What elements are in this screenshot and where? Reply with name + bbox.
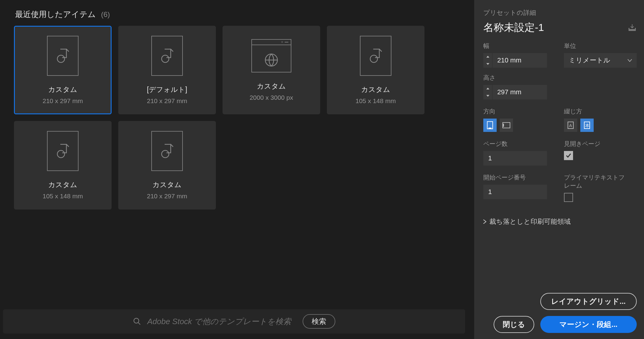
preset-card-label: カスタム	[153, 180, 182, 190]
width-step-up[interactable]	[483, 53, 492, 60]
binding-label: 綴じ方	[564, 107, 637, 116]
height-input[interactable]: 297 mm	[492, 85, 547, 99]
preset-card-dimensions: 105 x 148 mm	[42, 193, 83, 200]
section-count: (6)	[101, 10, 110, 18]
preset-name[interactable]: 名称未設定-1	[483, 21, 544, 35]
chevron-down-icon	[628, 59, 632, 62]
svg-rect-9	[629, 28, 629, 30]
svg-rect-12	[488, 128, 491, 129]
main-area: 最近使用したアイテム (6) カスタム 210 x 297 mm [デフォルト]…	[0, 0, 474, 339]
width-input[interactable]: 210 mm	[492, 53, 547, 68]
app-root: 最近使用したアイテム (6) カスタム 210 x 297 mm [デフォルト]…	[0, 0, 644, 339]
bleed-accordion-label: 裁ち落としと印刷可能領域	[489, 217, 571, 226]
search-icon	[133, 317, 141, 326]
preset-card[interactable]: [デフォルト] 210 x 297 mm	[118, 26, 216, 114]
svg-text:本: 本	[585, 123, 589, 128]
preset-card-dimensions: 2000 x 3000 px	[250, 94, 293, 101]
stock-search-bar: Adobe Stock で他のテンプレートを検索 検索	[3, 309, 465, 334]
panel-footer: レイアウトグリッド... 閉じる マージン・段組...	[483, 284, 637, 333]
layout-grid-button[interactable]: レイアウトグリッド...	[540, 293, 637, 310]
preset-card-dimensions: 210 x 297 mm	[147, 97, 187, 105]
orientation-label: 方向	[483, 107, 556, 116]
svg-line-7	[138, 323, 140, 325]
height-step-down[interactable]	[483, 92, 492, 99]
height-input-group: 297 mm	[483, 85, 547, 99]
preset-card[interactable]: カスタム 2000 x 3000 px	[223, 26, 320, 114]
preset-card-label: カスタム	[48, 180, 77, 190]
binding-ltr[interactable]: A	[564, 119, 577, 132]
margins-columns-button[interactable]: マージン・段組...	[540, 316, 637, 333]
preset-card-dimensions: 210 x 297 mm	[42, 97, 83, 105]
document-page-icon	[151, 36, 183, 76]
width-input-group: 210 mm	[483, 53, 556, 68]
preset-card-label: [デフォルト]	[147, 85, 187, 94]
svg-rect-14	[503, 124, 504, 127]
width-label: 幅	[483, 42, 556, 50]
facing-pages-label: 見開きページ	[564, 140, 637, 148]
preset-card-label: カスタム	[257, 82, 286, 91]
save-preset-icon[interactable]	[628, 24, 637, 32]
facing-pages-checkbox[interactable]	[564, 151, 573, 160]
chevron-right-icon	[483, 220, 486, 224]
svg-point-4	[57, 150, 65, 158]
svg-point-6	[134, 318, 139, 323]
height-label: 高さ	[483, 74, 547, 82]
stock-search-placeholder[interactable]: Adobe Stock で他のテンプレートを検索	[147, 316, 291, 327]
units-select-value: ミリメートル	[569, 53, 610, 68]
preset-card-dimensions: 105 x 148 mm	[355, 97, 396, 105]
units-label: 単位	[564, 42, 637, 50]
svg-rect-10	[635, 28, 636, 30]
close-button[interactable]: 閉じる	[494, 316, 534, 333]
preset-card[interactable]: カスタム 210 x 297 mm	[14, 26, 112, 114]
pages-label: ページ数	[483, 140, 556, 148]
preset-card[interactable]: カスタム 105 x 148 mm	[14, 121, 112, 210]
binding-toggle: A 本	[564, 119, 637, 132]
web-page-icon	[251, 39, 291, 72]
svg-point-3	[370, 55, 377, 62]
orientation-landscape[interactable]	[500, 119, 513, 132]
section-title: 最近使用したアイテム (6)	[0, 9, 474, 26]
svg-rect-8	[629, 29, 636, 31]
document-page-icon	[360, 36, 391, 76]
start-page-input[interactable]: 1	[483, 185, 547, 199]
preset-card-dimensions: 210 x 297 mm	[147, 193, 187, 200]
section-title-text: 最近使用したアイテム	[15, 10, 96, 19]
preset-card-label: カスタム	[48, 85, 77, 94]
svg-text:A: A	[569, 123, 572, 128]
primary-text-frame-label: プライマリテキストフレーム	[564, 173, 625, 190]
document-page-icon	[47, 131, 79, 171]
orientation-toggle	[483, 119, 556, 132]
binding-rtl[interactable]: 本	[580, 119, 594, 132]
panel-header: プリセットの詳細	[483, 8, 637, 17]
preset-card[interactable]: カスタム 105 x 148 mm	[327, 26, 424, 114]
primary-text-frame-checkbox[interactable]	[564, 193, 573, 202]
preset-card[interactable]: カスタム 210 x 297 mm	[118, 121, 216, 210]
bleed-accordion[interactable]: 裁ち落としと印刷可能領域	[483, 217, 637, 226]
document-page-icon	[151, 131, 183, 171]
svg-point-0	[57, 55, 65, 62]
width-step-down[interactable]	[483, 60, 492, 68]
preset-card-label: カスタム	[361, 85, 390, 94]
height-step-up[interactable]	[483, 85, 492, 92]
units-select[interactable]: ミリメートル	[564, 53, 637, 68]
stock-search-go-button[interactable]: 検索	[303, 314, 335, 329]
preset-name-row: 名称未設定-1	[483, 21, 637, 35]
start-page-label: 開始ページ番号	[483, 173, 556, 182]
document-page-icon	[47, 36, 79, 76]
svg-point-1	[162, 55, 169, 62]
orientation-portrait[interactable]	[483, 119, 497, 132]
pages-input[interactable]: 1	[483, 151, 547, 166]
preset-detail-panel: プリセットの詳細 名称未設定-1 幅	[474, 0, 644, 339]
preset-card-grid: カスタム 210 x 297 mm [デフォルト] 210 x 297 mm カ…	[0, 26, 474, 210]
svg-point-5	[162, 150, 169, 158]
